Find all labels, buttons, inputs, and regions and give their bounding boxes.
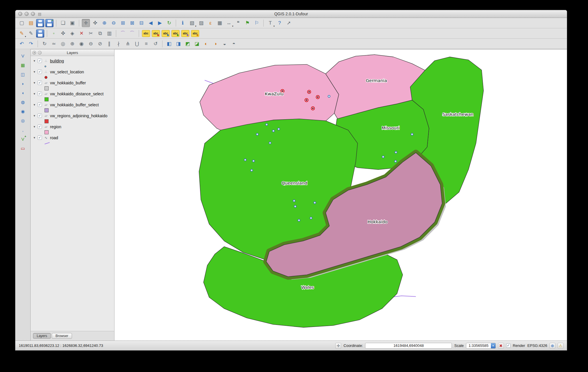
layer-item-vw_select_location[interactable]: ▼✓∴vw_select_location bbox=[31, 69, 114, 75]
rotate-label-icon[interactable]: abc bbox=[181, 30, 189, 37]
add-postgis-layer-icon[interactable]: ◫ bbox=[19, 70, 27, 78]
layer-item-vw_hokkaido_buffer[interactable]: ▼✓▱vw_hokkaido_buffer bbox=[31, 80, 114, 86]
show-bookmarks-icon[interactable]: ⚐ bbox=[253, 19, 261, 27]
close-button[interactable] bbox=[18, 12, 22, 16]
layer-visibility-checkbox[interactable]: ✓ bbox=[38, 135, 42, 140]
merge-features-icon[interactable]: ⋃ bbox=[133, 40, 141, 48]
layer-item-region[interactable]: ▼✓▱region bbox=[31, 124, 114, 130]
collapse-arrow-icon[interactable]: ▼ bbox=[33, 70, 36, 73]
refresh-map-icon[interactable]: ↻ bbox=[165, 19, 173, 27]
fill-ring-icon[interactable]: ◉ bbox=[77, 40, 86, 48]
raster-decrease-brightness-icon[interactable]: ◑ bbox=[211, 40, 219, 48]
raster-local-cumulative-cut-icon[interactable]: ◩ bbox=[184, 40, 192, 48]
merge-feature-attributes-icon[interactable]: ≡ bbox=[142, 40, 150, 48]
new-print-composer-icon[interactable]: ❏ bbox=[59, 19, 67, 27]
layer-symbol-swatch[interactable] bbox=[45, 76, 47, 79]
rotate-point-symbols-icon[interactable]: ↺ bbox=[151, 40, 160, 48]
text-annotation-icon[interactable]: T▾ bbox=[266, 19, 274, 27]
help-contents-icon[interactable]: ? bbox=[275, 19, 284, 27]
layer-symbol-swatch[interactable] bbox=[45, 108, 49, 112]
layer-symbol-swatch[interactable] bbox=[45, 119, 49, 123]
add-wfs-layer-icon[interactable]: ◎ bbox=[19, 117, 27, 124]
label-layer-icon[interactable]: abc bbox=[142, 30, 150, 37]
panel-float-icon[interactable]: ◦ bbox=[38, 51, 42, 55]
zoom-full-icon[interactable]: ⊞ bbox=[119, 19, 127, 27]
layer-visibility-checkbox[interactable]: ✓ bbox=[38, 124, 42, 129]
map-tips-icon[interactable]: ❝ bbox=[234, 19, 242, 27]
move-feature-icon[interactable]: ✜ bbox=[59, 29, 67, 38]
reshape-features-icon[interactable]: ⌒ bbox=[119, 29, 127, 38]
split-parts-icon[interactable]: ⋔ bbox=[124, 40, 132, 48]
paste-features-icon[interactable]: ▥ bbox=[105, 29, 113, 38]
select-by-expression-icon[interactable]: ε bbox=[206, 19, 215, 27]
layer-symbol-swatch[interactable] bbox=[45, 142, 50, 144]
layer-item-road[interactable]: ▼✓∿road bbox=[31, 135, 114, 141]
layer-symbol-swatch[interactable] bbox=[45, 97, 49, 101]
zoom-to-layer-icon[interactable]: ⊟ bbox=[137, 19, 145, 27]
layer-visibility-checkbox[interactable]: ✓ bbox=[38, 114, 42, 118]
collapse-arrow-icon[interactable]: ▼ bbox=[33, 81, 36, 84]
add-mssql-layer-icon[interactable]: ◖ bbox=[19, 89, 27, 96]
raster-local-histogram-stretch-icon[interactable]: ◧ bbox=[165, 40, 173, 48]
pan-map-icon[interactable]: ✛ bbox=[82, 19, 90, 27]
whats-this-icon[interactable]: ➚ bbox=[285, 19, 293, 27]
open-attribute-table-icon[interactable]: ▦ bbox=[216, 19, 224, 27]
highlight-labels-icon[interactable]: abc bbox=[162, 30, 170, 37]
zoom-last-icon[interactable]: ◀ bbox=[147, 19, 155, 27]
scale-combobox[interactable]: 1:33565585 ▾ bbox=[466, 343, 496, 349]
add-delimited-text-layer-icon[interactable]: , bbox=[19, 126, 27, 133]
extents-toggle-icon[interactable]: ✛ bbox=[335, 343, 341, 349]
pin-labels-icon[interactable]: abc bbox=[152, 30, 160, 37]
tab-layers[interactable]: Layers bbox=[33, 333, 51, 339]
delete-part-icon[interactable]: ⊘ bbox=[96, 40, 104, 48]
split-features-icon[interactable]: ∤ bbox=[114, 40, 123, 48]
undo-icon[interactable]: ↶ bbox=[18, 40, 26, 48]
open-project-icon[interactable]: ▤ bbox=[27, 19, 35, 27]
panel-close-icon[interactable]: × bbox=[32, 51, 36, 55]
current-edits-icon[interactable]: ✎▾ bbox=[18, 29, 26, 38]
raster-full-histogram-stretch-icon[interactable]: ◨ bbox=[174, 40, 182, 48]
minimize-button[interactable] bbox=[25, 12, 29, 16]
redo-icon[interactable]: ↷ bbox=[27, 40, 35, 48]
save-project-icon[interactable] bbox=[36, 19, 44, 27]
collapse-arrow-icon[interactable]: ▼ bbox=[33, 125, 36, 128]
add-feature-icon[interactable]: ◦ bbox=[50, 29, 58, 38]
layer-symbol-swatch[interactable] bbox=[45, 66, 46, 67]
zoom-button[interactable] bbox=[31, 12, 35, 16]
save-project-as-icon[interactable]: + bbox=[45, 19, 53, 27]
raster-decrease-contrast-icon[interactable]: ◓ bbox=[230, 40, 238, 48]
zoom-in-icon[interactable]: ⊕ bbox=[100, 19, 108, 27]
stop-render-icon[interactable]: ✖ bbox=[498, 343, 504, 349]
save-layer-edits-icon[interactable] bbox=[36, 29, 44, 38]
layer-item-vw_hokkaido_distance_select[interactable]: ▼✓▱vw_hokkaido_distance_select bbox=[31, 91, 114, 97]
delete-selected-icon[interactable]: ✕ bbox=[77, 29, 86, 38]
add-wms-layer-icon[interactable]: ◍ bbox=[19, 98, 27, 106]
layer-visibility-checkbox[interactable]: ✓ bbox=[38, 103, 42, 107]
layer-visibility-checkbox[interactable]: ✓ bbox=[38, 59, 42, 63]
coordinate-input[interactable]: 1619484,6940048 bbox=[365, 343, 452, 349]
cut-features-icon[interactable]: ✂ bbox=[87, 29, 95, 38]
measure-icon[interactable]: ↔▾ bbox=[225, 19, 233, 27]
collapse-arrow-icon[interactable]: ▼ bbox=[33, 92, 36, 95]
delete-ring-icon[interactable]: ⊖ bbox=[87, 40, 95, 48]
offset-curve-icon[interactable]: ∥ bbox=[105, 40, 113, 48]
add-wcs-layer-icon[interactable]: ◉ bbox=[19, 107, 27, 115]
offset-curve-tool-icon[interactable]: ⌒ bbox=[128, 29, 136, 38]
tab-browser[interactable]: Browser bbox=[52, 333, 72, 339]
pan-to-selection-icon[interactable]: ✜ bbox=[91, 19, 99, 27]
add-part-icon[interactable]: ⊕ bbox=[68, 40, 76, 48]
layer-symbol-swatch[interactable] bbox=[45, 86, 49, 90]
remove-layer-group-icon[interactable]: ▭ bbox=[19, 144, 27, 152]
layer-item-vw_regions_adjoining_hokkaido[interactable]: ▼✓▱vw_regions_adjoining_hokkaido bbox=[31, 113, 114, 119]
node-tool-icon[interactable]: ◈ bbox=[68, 29, 76, 38]
composer-manager-icon[interactable]: ▣ bbox=[68, 19, 76, 27]
scale-dropdown-icon[interactable]: ▾ bbox=[491, 343, 495, 348]
layer-visibility-checkbox[interactable]: ✓ bbox=[38, 70, 42, 74]
crs-status-icon[interactable]: ⊕ bbox=[550, 343, 555, 349]
move-label-icon[interactable]: abc bbox=[171, 30, 180, 37]
rotate-feature-icon[interactable]: ↻ bbox=[40, 40, 49, 48]
new-shapefile-layer-icon[interactable]: V+ bbox=[19, 135, 27, 143]
add-ring-icon[interactable]: ◎ bbox=[59, 40, 67, 48]
raster-full-cumulative-cut-icon[interactable]: ◪ bbox=[193, 40, 201, 48]
identify-features-icon[interactable]: ℹ bbox=[179, 19, 187, 27]
